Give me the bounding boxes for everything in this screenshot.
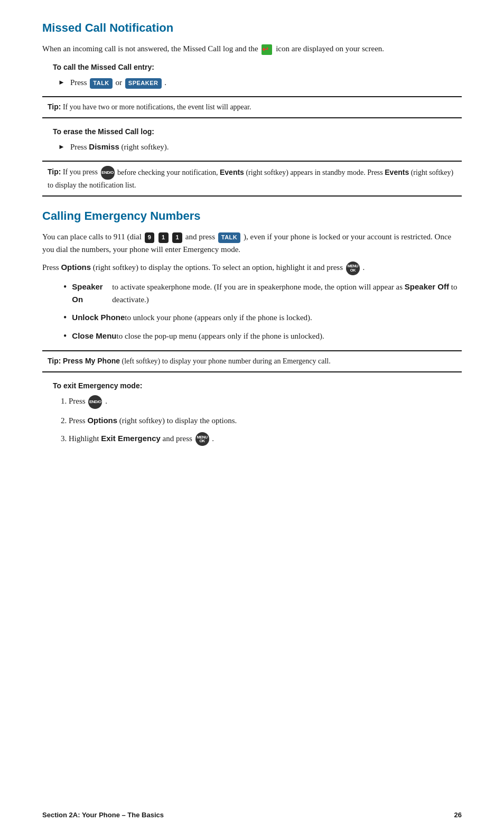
speaker-on-text: to activate speakerphone mode. (If you a… [112,281,462,306]
exit-emergency-bold: Exit Emergency [101,434,161,443]
exit-emergency-label: To exit Emergency mode: [53,380,462,391]
talk-button-badge: TALK [90,78,113,89]
speaker-on-term: Speaker On [72,281,112,306]
footer-left: Section 2A: Your Phone – The Basics [42,811,164,819]
end-button-exit: END/O [88,395,102,409]
footer-right: 26 [454,811,462,819]
section-title-missed-call: Missed Call Notification [42,21,462,35]
options-bold-step2: Options [87,416,117,425]
dial-1a-badge: 1 [158,232,169,243]
exit-steps-list: Press END/O . Press Options (right softk… [69,395,462,446]
tip3-label: Tip: [48,357,61,365]
exit-step-3: Highlight Exit Emergency and press MENU … [69,432,462,446]
erase-step-text: Press Dismiss (right softkey). [70,141,169,153]
unlock-phone-text: to unlock your phone (appears only if th… [125,311,312,324]
list-item-speaker-on: Speaker On to activate speakerphone mode… [63,281,462,306]
tip-box-3: Tip: Press My Phone (left softkey) to di… [42,350,462,372]
subsection-erase-label: To erase the Missed Call log: [53,126,462,137]
dial-1b-badge: 1 [172,232,182,243]
missed-call-intro: When an incoming call is not answered, t… [42,42,462,55]
erase-step: ► Press Dismiss (right softkey). [58,141,462,153]
tip3-text: (left softkey) to display your phone num… [122,357,331,365]
menu-ok-badge-exit: MENU OK [195,432,209,446]
unlock-phone-term: Unlock Phone [72,311,125,324]
tip1-text: If you have two or more notifications, t… [63,103,251,111]
tip-box-2: Tip: If you press END/O before checking … [42,161,462,197]
close-menu-text: to close the pop-up menu (appears only i… [117,330,324,342]
missed-call-icon: ↩ [262,44,272,55]
tip1-label: Tip: [48,102,61,111]
my-phone-bold: Press My Phone [63,357,120,365]
exit-step-2: Press Options (right softkey) to display… [69,414,462,427]
arrow-icon-2: ► [58,142,65,153]
emergency-options-list: Speaker On to activate speakerphone mode… [63,281,462,343]
page-footer: Section 2A: Your Phone – The Basics 26 [42,811,462,819]
subsection-call-missed-label: To call the Missed Call entry: [53,61,462,73]
end-button-badge: END/O [101,166,115,180]
close-menu-term: Close Menu [72,330,116,342]
dial-9-badge: 9 [145,232,155,243]
exit-step-1: Press END/O . [69,395,462,409]
menu-ok-badge-inline: MENU OK [346,262,360,275]
dismiss-bold: Dismiss [89,142,119,151]
options-line: Press Options (right softkey) to display… [42,261,462,275]
options-bold: Options [61,263,91,272]
list-item-unlock-phone: Unlock Phone to unlock your phone (appea… [63,311,462,324]
tip2-label: Tip: [48,168,61,176]
arrow-icon: ► [58,77,65,88]
missed-call-step-text: Press TALK or SPEAKER . [70,76,166,89]
section-title-emergency: Calling Emergency Numbers [42,209,462,223]
list-item-close-menu: Close Menu to close the pop-up menu (app… [63,330,462,343]
missed-call-step: ► Press TALK or SPEAKER . [58,76,462,89]
talk-emergency-badge: TALK [218,232,241,243]
emergency-intro: You can place calls to 911 (dial 9 1 1 a… [42,230,462,256]
tip-box-1: Tip: If you have two or more notificatio… [42,96,462,118]
tip2-text: If you press [63,169,100,176]
speaker-button-badge: SPEAKER [125,78,162,89]
